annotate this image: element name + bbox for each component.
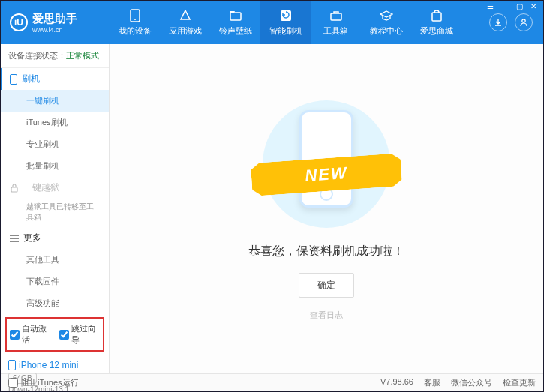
checkbox-auto-activate[interactable]: 自动激活 xyxy=(10,323,50,346)
jailbreak-note: 越狱工具已转移至工具箱 xyxy=(1,199,109,227)
titlebar: ☰ — ▢ ✕ iU 爱思助手 www.i4.cn 我的设备 应用游戏 铃声壁纸 xyxy=(1,1,543,44)
maximize-icon[interactable]: ▢ xyxy=(514,2,525,10)
window-controls: ☰ — ▢ ✕ xyxy=(485,2,539,10)
download-button[interactable] xyxy=(489,13,507,31)
svg-point-1 xyxy=(134,19,136,20)
nav-store[interactable]: 爱思商城 xyxy=(411,1,461,44)
check-update-link[interactable]: 检查更新 xyxy=(503,377,536,388)
version-label: V7.98.66 xyxy=(380,377,413,388)
checkbox-skip-guide[interactable]: 跳过向导 xyxy=(59,323,100,346)
lock-icon xyxy=(10,184,19,193)
logo-icon: iU xyxy=(10,13,28,31)
list-icon xyxy=(10,235,19,242)
sidebar-section-flash[interactable]: 刷机 xyxy=(1,68,109,90)
sidebar-item-other-tools[interactable]: 其他工具 xyxy=(1,249,109,271)
sidebar-section-jailbreak: 一键越狱 xyxy=(1,177,109,199)
body: 设备连接状态：正常模式 刷机 一键刷机 iTunes刷机 专业刷机 批量刷机 一… xyxy=(1,44,543,373)
view-log-link[interactable]: 查看日志 xyxy=(310,310,343,321)
nav-ringtone-wallpaper[interactable]: 铃声壁纸 xyxy=(210,1,260,44)
svg-rect-5 xyxy=(432,13,441,21)
close-icon[interactable]: ✕ xyxy=(528,2,539,10)
svg-rect-4 xyxy=(331,13,341,20)
checkbox-row: 自动激活 跳过向导 xyxy=(5,317,104,352)
nav-tutorials[interactable]: 教程中心 xyxy=(361,1,411,44)
sidebar: 设备连接状态：正常模式 刷机 一键刷机 iTunes刷机 专业刷机 批量刷机 一… xyxy=(1,44,110,373)
main-content: NEW 恭喜您，保资料刷机成功啦！ 确定 查看日志 xyxy=(110,44,543,373)
sidebar-item-advanced[interactable]: 高级功能 xyxy=(1,292,109,314)
minimize-icon[interactable]: — xyxy=(499,2,511,10)
svg-rect-2 xyxy=(230,13,241,20)
refresh-icon xyxy=(279,9,293,22)
titlebar-right xyxy=(489,13,543,31)
success-message: 恭喜您，保资料刷机成功啦！ xyxy=(248,244,404,259)
sidebar-section-more[interactable]: 更多 xyxy=(1,227,109,249)
svg-point-6 xyxy=(522,19,525,22)
logo-area: iU 爱思助手 www.i4.cn xyxy=(1,12,110,34)
folder-icon xyxy=(229,9,242,22)
success-illustration: NEW xyxy=(244,97,409,232)
device-name: iPhone 12 mini xyxy=(8,360,101,370)
sidebar-item-oneclick-flash[interactable]: 一键刷机 xyxy=(1,90,109,112)
sidebar-item-batch-flash[interactable]: 批量刷机 xyxy=(1,155,109,177)
bag-icon xyxy=(430,9,443,22)
nav-toolbox[interactable]: 工具箱 xyxy=(311,1,361,44)
sidebar-item-itunes-flash[interactable]: iTunes刷机 xyxy=(1,112,109,133)
phone-icon xyxy=(128,9,142,22)
nav-apps-games[interactable]: 应用游戏 xyxy=(160,1,210,44)
confirm-button[interactable]: 确定 xyxy=(299,273,354,298)
checkbox-block-itunes[interactable]: 阻止iTunes运行 xyxy=(8,377,79,388)
toolbox-icon xyxy=(329,9,343,22)
app-window: ☰ — ▢ ✕ iU 爱思助手 www.i4.cn 我的设备 应用游戏 铃声壁纸 xyxy=(0,0,544,392)
sidebar-item-download-firmware[interactable]: 下载固件 xyxy=(1,271,109,292)
phone-icon xyxy=(8,360,16,370)
wechat-link[interactable]: 微信公众号 xyxy=(451,377,492,388)
account-button[interactable] xyxy=(515,13,533,31)
sidebar-item-pro-flash[interactable]: 专业刷机 xyxy=(1,133,109,155)
app-url: www.i4.cn xyxy=(32,26,77,34)
phone-icon xyxy=(10,74,17,85)
connection-status: 设备连接状态：正常模式 xyxy=(1,44,109,68)
svg-rect-7 xyxy=(11,187,17,192)
nav-my-device[interactable]: 我的设备 xyxy=(110,1,160,44)
app-title: 爱思助手 xyxy=(32,12,77,25)
appstore-icon xyxy=(179,9,192,22)
menu-icon[interactable]: ☰ xyxy=(485,2,496,10)
nav-smart-flash[interactable]: 智能刷机 xyxy=(260,1,311,44)
customer-service-link[interactable]: 客服 xyxy=(424,377,440,388)
top-nav: 我的设备 应用游戏 铃声壁纸 智能刷机 工具箱 教程中心 xyxy=(110,1,489,44)
graduation-icon xyxy=(380,9,393,22)
